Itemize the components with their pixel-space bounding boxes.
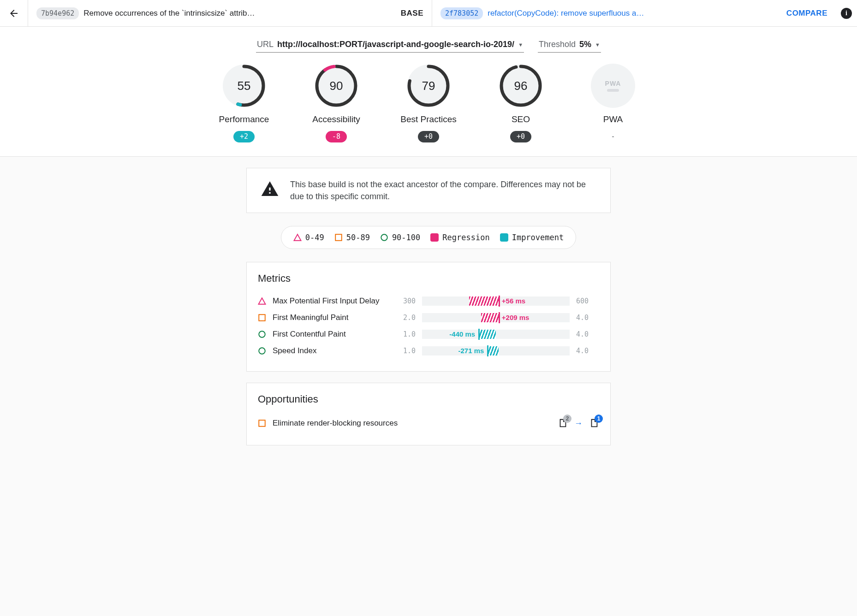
metric-name: Max Potential First Input Delay: [273, 296, 386, 306]
metric-row[interactable]: First Meaningful Paint 2.0 +209 ms 4.0: [258, 309, 599, 326]
url-label: URL: [257, 40, 274, 49]
metrics-title: Metrics: [258, 272, 599, 284]
svg-point-13: [259, 331, 265, 338]
metric-bar: +209 ms: [422, 313, 570, 322]
gauge-delta: +2: [233, 131, 255, 142]
arrow-right-icon: →: [574, 419, 583, 428]
gauge-performance[interactable]: 55 Performance +2: [214, 64, 274, 142]
svg-rect-12: [259, 314, 265, 321]
back-button[interactable]: [0, 0, 28, 26]
square-icon: [334, 233, 343, 242]
metric-min: 2.0: [393, 314, 416, 322]
chevron-down-icon: ▼: [518, 42, 523, 47]
base-commit-msg: Remove occurrences of the `intrinsicsize…: [83, 9, 396, 18]
gauge-delta: -: [604, 131, 621, 142]
pass-icon: [258, 347, 266, 355]
compare-file-icon: 1: [589, 418, 599, 428]
gauge-score: 96: [499, 64, 543, 108]
url-value: http://localhost:PORT/javascript-and-goo…: [277, 40, 514, 49]
arrow-left-icon: [8, 8, 19, 19]
content: This base build is not the exact ancesto…: [238, 168, 619, 475]
compare-pane: 2f783052 refactor(CopyCode): remove supe…: [432, 0, 836, 26]
base-tag: BASE: [401, 9, 423, 18]
gauge-delta: +0: [418, 131, 439, 142]
threshold-value: 5%: [579, 40, 591, 49]
threshold-selector[interactable]: Threshold 5% ▼: [538, 38, 601, 53]
warning-icon: [261, 180, 279, 201]
controls: URL http://localhost:PORT/javascript-and…: [0, 38, 857, 53]
metric-max: 600: [576, 297, 599, 305]
url-selector[interactable]: URL http://localhost:PORT/javascript-and…: [256, 38, 524, 53]
base-pane: 7b94e962 Remove occurrences of the `intr…: [28, 0, 432, 26]
pass-icon: [258, 330, 266, 338]
metric-bar: +56 ms: [422, 296, 570, 306]
metric-delta: -271 ms: [458, 346, 484, 355]
legend-pass: 90-100: [380, 233, 420, 242]
svg-point-14: [259, 348, 265, 354]
gauge-ring: 79: [406, 64, 451, 108]
header: 7b94e962 Remove occurrences of the `intr…: [0, 0, 857, 27]
gauge-label: PWA: [603, 114, 623, 124]
metric-bar: -271 ms: [422, 346, 570, 355]
gauge-label: Accessibility: [312, 114, 360, 124]
avg-icon: [258, 419, 266, 427]
warning-text: This base build is not the exact ancesto…: [290, 178, 596, 202]
gauge-ring: 90: [314, 64, 358, 108]
legend: 0-49 50-89 90-100 Regression Improvement: [281, 226, 577, 249]
warning-card: This base build is not the exact ancesto…: [246, 168, 611, 213]
metric-min: 1.0: [393, 347, 416, 355]
gauge-accessibility[interactable]: 90 Accessibility -8: [306, 64, 366, 142]
gauge-ring: 96: [499, 64, 543, 108]
fail-icon: [258, 297, 266, 305]
metric-name: First Contentful Paint: [273, 330, 386, 339]
pwa-icon: PWA: [591, 64, 635, 108]
gauge-best-practices[interactable]: 79 Best Practices +0: [399, 64, 458, 142]
compare-hash[interactable]: 2f783052: [440, 7, 483, 19]
metric-delta: -440 ms: [449, 330, 475, 339]
svg-rect-10: [335, 234, 342, 241]
metric-bar: -440 ms: [422, 330, 570, 339]
chevron-down-icon: ▼: [595, 42, 600, 47]
svg-rect-15: [259, 420, 265, 426]
metric-name: First Meaningful Paint: [273, 313, 386, 322]
opportunities-card: Opportunities Eliminate render-blocking …: [246, 383, 611, 445]
gauge-delta: +0: [510, 131, 531, 142]
metric-delta: +209 ms: [502, 313, 530, 322]
metrics-card: Metrics Max Potential First Input Delay …: [246, 262, 611, 372]
scorecard: URL http://localhost:PORT/javascript-and…: [0, 27, 857, 157]
circle-icon: [380, 233, 388, 242]
base-file-icon: 2: [558, 418, 568, 428]
gauge-label: Best Practices: [400, 114, 456, 124]
gauge-seo[interactable]: 96 SEO +0: [491, 64, 551, 142]
threshold-label: Threshold: [539, 40, 576, 49]
legend-avg: 50-89: [334, 233, 370, 242]
gauge-label: SEO: [512, 114, 530, 124]
info-button[interactable]: i: [836, 0, 857, 26]
metric-max: 4.0: [576, 347, 599, 355]
metric-row[interactable]: Max Potential First Input Delay 300 +56 …: [258, 293, 599, 309]
metric-row[interactable]: First Contentful Paint 1.0 -440 ms 4.0: [258, 326, 599, 343]
metric-max: 4.0: [576, 314, 599, 322]
gauge-label: Performance: [219, 114, 269, 124]
compare-tag: COMPARE: [786, 9, 827, 18]
opportunity-row[interactable]: Eliminate render-blocking resources 2 → …: [258, 414, 599, 433]
metric-row[interactable]: Speed Index 1.0 -271 ms 4.0: [258, 343, 599, 359]
gauge-ring: 55: [222, 64, 266, 108]
gauges-row: 55 Performance +2 90 Accessibility -8 79…: [0, 64, 857, 142]
base-hash[interactable]: 7b94e962: [36, 7, 79, 19]
avg-icon: [258, 314, 266, 322]
metric-min: 1.0: [393, 330, 416, 338]
legend-fail: 0-49: [293, 233, 324, 242]
regression-swatch: [430, 233, 439, 242]
metric-delta: +56 ms: [502, 296, 525, 306]
gauge-score: 90: [314, 64, 358, 108]
gauge-pwa[interactable]: PWAPWA -: [583, 64, 643, 142]
metric-name: Speed Index: [273, 346, 386, 355]
triangle-icon: [293, 233, 302, 242]
legend-regression: Regression: [430, 233, 489, 242]
metric-min: 300: [393, 297, 416, 305]
metric-max: 4.0: [576, 330, 599, 338]
opportunity-name: Eliminate render-blocking resources: [273, 419, 551, 428]
svg-point-11: [381, 234, 387, 241]
opportunities-title: Opportunities: [258, 393, 599, 405]
